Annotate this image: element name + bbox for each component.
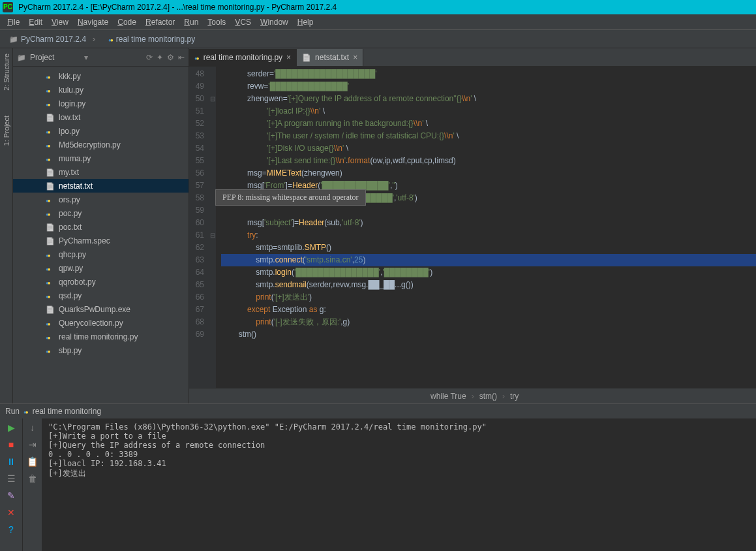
editor-tabs: real time monitoring.py×netstat.txt× (189, 48, 756, 67)
status-path[interactable]: while True (431, 392, 466, 401)
py-icon (46, 195, 55, 204)
txt-icon (46, 305, 55, 314)
py-icon (46, 277, 55, 287)
file-item[interactable]: kulu.py (13, 83, 189, 97)
menu-view[interactable]: View (47, 18, 73, 27)
line-gutter: 4849505152535455565758596061626364656667… (189, 67, 209, 388)
menu-edit[interactable]: Edit (24, 18, 47, 27)
file-item[interactable]: Md5decryption.py (13, 138, 189, 151)
clear-icon[interactable]: 🗑 (28, 473, 37, 484)
status-path[interactable]: stm() (479, 392, 497, 401)
rerun-icon[interactable]: ▶ (8, 422, 15, 433)
hide-icon[interactable]: ⇤ (178, 53, 185, 62)
run-tool-window: Run real time monitoring ▶■⏸☰✎✕? ↓⇥📋🗑 "C… (0, 403, 756, 551)
fold-gutter[interactable]: ⊟⊟ (209, 67, 216, 388)
settings-icon[interactable]: ⚙ (167, 53, 174, 62)
txt-icon (46, 113, 55, 122)
py-icon (46, 140, 55, 150)
layout-icon[interactable]: ☰ (7, 473, 16, 484)
file-item[interactable]: netstat.txt (13, 179, 189, 193)
menu-code[interactable]: Code (113, 18, 141, 27)
breadcrumb-item[interactable]: real time monitoring.py (104, 33, 208, 45)
menu-run[interactable]: Run (179, 18, 203, 27)
menu-help[interactable]: Help (293, 18, 318, 27)
py-icon (194, 53, 200, 62)
txt-icon (46, 181, 55, 191)
file-item[interactable]: lpo.py (13, 124, 189, 138)
py-icon (46, 346, 55, 355)
py-icon (46, 291, 55, 300)
file-item[interactable]: poc.txt (13, 220, 189, 234)
file-item[interactable]: ors.py (13, 193, 189, 206)
file-item[interactable]: QuarksPwDump.exe (13, 302, 189, 316)
file-item[interactable]: kkk.py (13, 69, 189, 83)
txt-icon (46, 223, 55, 232)
menu-file[interactable]: File (3, 18, 24, 27)
folder-icon (9, 35, 18, 44)
file-item[interactable]: muma.py (13, 151, 189, 165)
txt-icon (46, 236, 55, 245)
file-item[interactable]: my.txt (13, 165, 189, 179)
file-item[interactable]: qsd.py (13, 289, 189, 302)
menu-refactor[interactable]: Refactor (141, 18, 179, 27)
python-icon (23, 407, 29, 416)
file-item[interactable]: real time monitoring.py (13, 330, 189, 343)
editor-tab[interactable]: netstat.txt× (297, 49, 363, 66)
menu-vcs[interactable]: VCS (230, 18, 256, 27)
project-header: Project (30, 53, 80, 62)
close-icon[interactable]: × (286, 53, 291, 62)
file-item[interactable]: qqrobot.py (13, 275, 189, 289)
file-item[interactable]: qpw.py (13, 261, 189, 275)
py-icon (46, 72, 55, 81)
status-path[interactable]: try (510, 392, 519, 401)
file-item[interactable]: PyCharm.spec (13, 234, 189, 247)
down-icon[interactable]: ↓ (30, 422, 35, 433)
menu-window[interactable]: Window (256, 18, 293, 27)
breadcrumb-item[interactable]: PyCharm 2017.2.4 (5, 33, 102, 45)
run-label: Run (5, 407, 20, 416)
soft-wrap-icon[interactable]: ⇥ (29, 439, 37, 450)
dropdown-icon[interactable]: ▾ (84, 53, 88, 62)
py-icon (108, 35, 113, 44)
left-tool-tabs: 2: Structure 1: Project (0, 48, 13, 403)
code-area[interactable]: serder='██████████████████' revw='██████… (216, 67, 756, 388)
py-icon (46, 86, 55, 95)
refresh-icon[interactable]: ⟳ (146, 53, 153, 62)
breadcrumb-bar: PyCharm 2017.2.4real time monitoring.py (0, 30, 756, 48)
pep8-tooltip: PEP 8: missing whitespace around operato… (215, 189, 366, 206)
file-item[interactable]: Querycollection.py (13, 316, 189, 330)
collapse-icon[interactable]: ✦ (157, 53, 163, 62)
title-bar: PC PyCharm 2017.2.4 - [E:\PyCharm 2017.2… (0, 0, 756, 14)
py-icon (46, 250, 55, 259)
file-item[interactable]: poc.py (13, 206, 189, 220)
py-icon (46, 154, 55, 163)
app-icon: PC (3, 2, 13, 12)
project-pane: Project ▾ ⟳ ✦ ⚙ ⇤ kkk.pykulu.pylogin.pyl… (13, 48, 189, 403)
menu-navigate[interactable]: Navigate (73, 18, 113, 27)
console-output[interactable]: "C:\Program Files (x86)\Python36-32\pyth… (42, 418, 756, 551)
stop-icon[interactable]: ■ (8, 439, 14, 450)
project-tree[interactable]: kkk.pykulu.pylogin.pylow.txtlpo.pyMd5dec… (13, 67, 189, 403)
structure-tab[interactable]: 2: Structure (3, 51, 10, 93)
run-config-name: real time monitoring (33, 407, 101, 416)
menu-bar: FileEditViewNavigateCodeRefactorRunTools… (0, 14, 756, 30)
file-item[interactable]: login.py (13, 97, 189, 110)
file-item[interactable]: low.txt (13, 110, 189, 124)
editor[interactable]: 4849505152535455565758596061626364656667… (189, 67, 756, 388)
pause-icon[interactable]: ⏸ (7, 456, 16, 467)
file-item[interactable]: sbp.py (13, 343, 189, 357)
print-icon[interactable]: 📋 (27, 456, 38, 467)
close-icon[interactable]: ✕ (7, 507, 15, 518)
run-toolbar-left: ▶■⏸☰✎✕? (0, 418, 22, 551)
run-toolbar-right: ↓⇥📋🗑 (22, 418, 42, 551)
file-item[interactable]: qhcp.py (13, 247, 189, 261)
editor-tab[interactable]: real time monitoring.py× (189, 49, 297, 66)
project-tab[interactable]: 1: Project (3, 113, 10, 148)
window-title: PyCharm 2017.2.4 - [E:\PyCharm 2017.2.4]… (18, 3, 337, 12)
close-icon[interactable]: × (353, 53, 357, 62)
help-icon[interactable]: ? (8, 524, 14, 535)
run-header: Run real time monitoring (0, 404, 756, 418)
edit-icon[interactable]: ✎ (7, 490, 15, 501)
menu-tools[interactable]: Tools (203, 18, 230, 27)
py-icon (46, 264, 55, 273)
